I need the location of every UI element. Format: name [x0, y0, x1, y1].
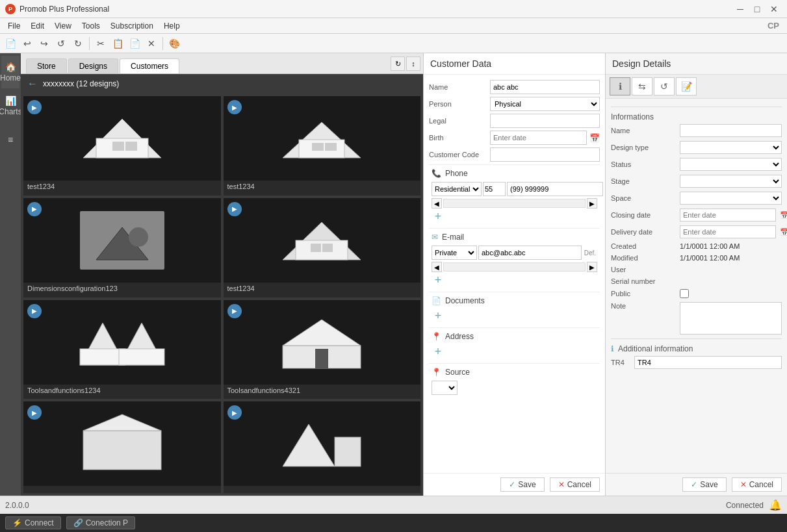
details-tab-transform[interactable]: ⇆: [632, 77, 652, 95]
menu-tools[interactable]: Tools: [77, 20, 105, 32]
details-note-textarea[interactable]: [680, 302, 782, 335]
email-scroll-left[interactable]: ◀: [432, 262, 442, 272]
back-button[interactable]: ←: [27, 78, 38, 90]
tab-customers[interactable]: Customers: [120, 58, 179, 73]
scroll-left[interactable]: ◀: [432, 198, 442, 209]
designs-panel: Store Designs Customers ↻ ↕ ← xxxxxxxx (…: [21, 53, 424, 496]
refresh-button[interactable]: ↻: [391, 57, 405, 71]
add-address-button[interactable]: +: [432, 345, 445, 358]
toolbar-undo1[interactable]: ↩: [19, 36, 35, 51]
list-item[interactable]: ▶: [224, 401, 421, 493]
design-thumbnail: ▶: [224, 401, 421, 486]
list-item[interactable]: ▶: [23, 401, 221, 493]
legal-input[interactable]: [490, 114, 600, 128]
toolbar-delete[interactable]: ✕: [144, 36, 159, 51]
close-button[interactable]: ✕: [766, 3, 782, 16]
toolbar-undo2[interactable]: ↪: [36, 36, 52, 51]
menu-file[interactable]: File: [3, 20, 25, 32]
details-delivery-input[interactable]: [680, 225, 776, 238]
phone-number-input[interactable]: [507, 182, 603, 196]
birth-input[interactable]: [490, 131, 587, 145]
documents-section-header: 📄 Documents: [429, 292, 600, 307]
details-stage-select[interactable]: [680, 175, 782, 188]
address-label: Address: [445, 332, 474, 341]
sidebar-home[interactable]: 🏠 Home: [1, 56, 19, 88]
connection-profile-button[interactable]: 🔗 Conection P: [66, 516, 135, 529]
customer-cancel-button[interactable]: ✕ Cancel: [550, 477, 600, 492]
email-type-select[interactable]: Private Work Other: [432, 246, 477, 260]
toolbar-redo1[interactable]: ↺: [53, 36, 69, 51]
tab-store[interactable]: Store: [26, 58, 67, 73]
email-scroll-track: [443, 262, 586, 272]
add-phone-button[interactable]: +: [432, 210, 445, 223]
details-type-row: Design type: [611, 141, 782, 154]
details-public-row: Public: [611, 289, 782, 298]
details-tab-notes[interactable]: 📝: [676, 77, 697, 95]
menu-view[interactable]: View: [49, 20, 77, 32]
details-tab-info[interactable]: ℹ: [610, 77, 630, 95]
menu-edit[interactable]: Edit: [25, 20, 49, 32]
details-closing-input[interactable]: [680, 209, 776, 222]
delivery-calendar-icon: 📅: [780, 228, 787, 236]
add-document-button[interactable]: +: [432, 309, 445, 322]
toolbar-copy2[interactable]: 📄: [127, 36, 142, 51]
birth-label: Birth: [429, 134, 487, 142]
email-scroll-right[interactable]: ▶: [587, 262, 597, 272]
svg-marker-23: [83, 414, 161, 431]
list-item[interactable]: ▶ Toolsandfunctions1234: [23, 300, 221, 399]
customer-save-button[interactable]: ✓ Save: [500, 477, 544, 492]
toolbar-redo2[interactable]: ↻: [70, 36, 86, 51]
details-created-label: Created: [611, 242, 676, 250]
connect-button[interactable]: ⚡ Connect: [5, 516, 61, 529]
details-public-checkbox[interactable]: [680, 289, 689, 298]
email-section-header: ✉ E-mail: [429, 228, 600, 243]
add-email-button[interactable]: +: [432, 273, 445, 286]
source-select[interactable]: [432, 381, 458, 395]
sidebar-charts[interactable]: 📊 Charts: [1, 90, 19, 122]
details-cancel-button[interactable]: ✕ Cancel: [732, 477, 782, 492]
design-thumbnail: ▶: [224, 300, 421, 385]
details-stage-row: Stage: [611, 175, 782, 188]
svg-point-10: [129, 227, 148, 247]
details-type-select[interactable]: [680, 141, 782, 154]
list-item[interactable]: ▶ test1234: [23, 96, 221, 196]
details-space-select[interactable]: [680, 192, 782, 205]
additional-info-label: Additional information: [618, 344, 693, 353]
phone-type-select[interactable]: Residential Mobile Work Other: [432, 182, 482, 196]
maximize-button[interactable]: □: [749, 3, 765, 16]
details-status-select[interactable]: [680, 158, 782, 171]
person-select[interactable]: Physical Legal: [490, 97, 600, 111]
minimize-button[interactable]: ─: [732, 3, 748, 16]
tab-designs[interactable]: Designs: [68, 58, 118, 73]
svg-rect-25: [335, 437, 361, 466]
design-name: [23, 486, 221, 490]
notification-button[interactable]: 🔔: [769, 499, 782, 511]
phone-code-input[interactable]: [483, 182, 506, 196]
toolbar-cut[interactable]: ✂: [93, 36, 109, 51]
toolbar-color[interactable]: 🎨: [166, 36, 182, 51]
scroll-right[interactable]: ▶: [587, 198, 597, 209]
list-item[interactable]: ▶ test1234: [224, 198, 421, 298]
details-stage-label: Stage: [611, 177, 676, 185]
customer-code-input[interactable]: [490, 147, 600, 162]
toolbar-copy1[interactable]: 📋: [110, 36, 125, 51]
phone-scroll-row: ◀ ▶: [432, 198, 597, 209]
email-input[interactable]: [478, 246, 582, 260]
details-tab-history[interactable]: ↺: [654, 77, 675, 95]
toolbar-new[interactable]: 📄: [3, 36, 18, 51]
legal-label: Legal: [429, 117, 487, 125]
sort-button[interactable]: ↕: [406, 57, 420, 71]
details-name-input[interactable]: [680, 124, 782, 137]
details-delivery-row: Delivery date 📅: [611, 225, 782, 238]
list-item[interactable]: ▶ test1234: [224, 96, 421, 196]
menu-help[interactable]: Help: [159, 20, 185, 32]
name-input[interactable]: [490, 80, 600, 94]
sidebar-extra[interactable]: ≡: [1, 123, 19, 156]
details-tr-input[interactable]: [634, 356, 782, 369]
person-label: Person: [429, 100, 487, 108]
list-item[interactable]: ▶ Toolsandfunctions4321: [224, 300, 421, 399]
list-item[interactable]: ▶ Dimensionsconfiguration123: [23, 198, 221, 298]
details-save-check-icon: ✓: [691, 480, 697, 489]
details-save-button[interactable]: ✓ Save: [682, 477, 726, 492]
menu-subscription[interactable]: Subscription: [105, 20, 159, 32]
